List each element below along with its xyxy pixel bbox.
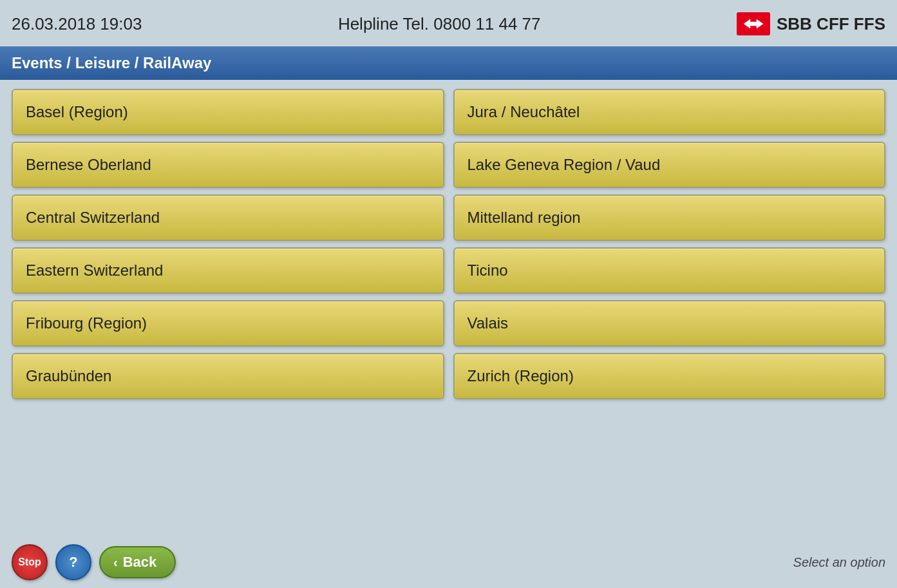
region-button-mittelland[interactable]: Mittelland region: [453, 194, 886, 241]
region-button-graubunden[interactable]: Graubünden: [12, 353, 444, 399]
brand-name: SBB CFF FFS: [777, 14, 885, 34]
region-button-fribourg-region[interactable]: Fribourg (Region): [12, 300, 444, 346]
region-button-bernese-oberland[interactable]: Bernese Oberland: [12, 142, 444, 188]
region-button-valais[interactable]: Valais: [453, 300, 886, 346]
back-button[interactable]: ‹ Back: [99, 546, 176, 578]
region-button-eastern-switzerland[interactable]: Eastern Switzerland: [12, 247, 444, 294]
region-button-central-switzerland[interactable]: Central Switzerland: [12, 194, 444, 241]
svg-marker-0: [744, 19, 763, 28]
select-option-hint: Select an option: [793, 555, 885, 570]
region-button-basel-region[interactable]: Basel (Region): [12, 89, 444, 135]
helpline: Helpline Tel. 0800 11 44 77: [338, 14, 541, 34]
sbb-logo-icon: [737, 12, 770, 35]
region-button-lake-geneva-vaud[interactable]: Lake Geneva Region / Vaud: [453, 142, 886, 188]
header: 26.03.2018 19:03 Helpline Tel. 0800 11 4…: [0, 0, 897, 46]
main-content: Basel (Region)Jura / NeuchâtelBernese Ob…: [0, 80, 897, 406]
sbb-icon: [741, 17, 766, 31]
back-label: Back: [123, 554, 157, 571]
back-chevron-icon: ‹: [113, 556, 118, 569]
datetime: 26.03.2018 19:03: [12, 14, 142, 34]
logo-area: SBB CFF FFS: [737, 12, 885, 35]
region-button-zurich-region[interactable]: Zurich (Region): [453, 353, 886, 399]
stop-button[interactable]: Stop: [12, 544, 48, 580]
region-button-jura-neuchatel[interactable]: Jura / Neuchâtel: [453, 89, 886, 135]
help-button[interactable]: ?: [55, 544, 91, 580]
page-title: Events / Leisure / RailAway: [12, 54, 211, 72]
title-bar: Events / Leisure / RailAway: [0, 46, 897, 80]
region-grid: Basel (Region)Jura / NeuchâtelBernese Ob…: [12, 89, 885, 399]
region-button-ticino[interactable]: Ticino: [453, 247, 886, 294]
footer: Stop ? ‹ Back Select an option: [0, 536, 897, 588]
